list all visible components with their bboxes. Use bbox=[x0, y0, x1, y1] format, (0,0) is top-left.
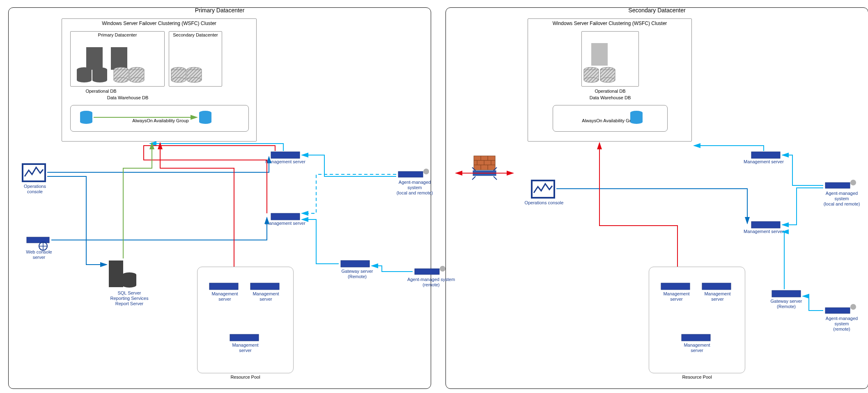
primary-alwayson-label: AlwaysOn Availability Group bbox=[124, 118, 197, 123]
primary-wsfc-title: Windows Server Failover Clustering (WSFC… bbox=[62, 21, 256, 26]
primary-operations-console-label: Operations console bbox=[16, 184, 53, 194]
secondary-dc-title: Secondary Datacenter bbox=[628, 7, 685, 14]
primary-datawarehouse-db-label: Data Warehouse DB bbox=[87, 95, 169, 100]
primary-rp-ms3-label: Management server bbox=[226, 343, 265, 353]
secondary-rp-ms1-label: Management server bbox=[657, 291, 696, 302]
primary-wsfc-secondary-sub: Secondary Datacenter bbox=[169, 31, 222, 87]
primary-ms1-label: Management server bbox=[263, 159, 308, 165]
diagram-stage: Primary Datacenter Secondary Datacenter … bbox=[4, 4, 868, 393]
secondary-gateway-label: Gateway server (Remote) bbox=[762, 299, 811, 309]
secondary-resource-pool-box bbox=[649, 267, 745, 373]
primary-gateway-label: Gateway server (Remote) bbox=[333, 269, 382, 279]
secondary-wsfc-title: Windows Server Failover Clustering (WSFC… bbox=[528, 21, 691, 26]
primary-rp-ms1-label: Management server bbox=[205, 291, 244, 302]
secondary-alwayson-label: AlwaysOn Availability Group bbox=[573, 118, 647, 123]
primary-wsfc-secondary-sub-title: Secondary Datacenter bbox=[169, 32, 222, 37]
primary-wsfc-primary-sub: Primary Datacenter bbox=[70, 31, 165, 87]
primary-sql-report-label: SQL Server Reporting Services Report Ser… bbox=[101, 290, 158, 307]
primary-rp-ms2-label: Management server bbox=[246, 291, 285, 302]
primary-resource-pool-box bbox=[197, 267, 294, 373]
svg-point-54 bbox=[440, 266, 445, 272]
primary-ms2-label: Management server bbox=[263, 221, 308, 226]
primary-wsfc-box: Windows Server Failover Clustering (WSFC… bbox=[62, 18, 257, 142]
secondary-datawarehouse-db-label: Data Warehouse DB bbox=[581, 95, 639, 100]
secondary-ms2-label: Management server bbox=[741, 229, 786, 234]
secondary-wsfc-box: Windows Server Failover Clustering (WSFC… bbox=[528, 18, 692, 142]
primary-operational-db-label: Operational DB bbox=[70, 89, 132, 94]
secondary-operations-console-label: Operations console bbox=[521, 200, 567, 206]
secondary-resource-pool-title: Resource Pool bbox=[649, 375, 745, 379]
secondary-agent-local-remote-label: Agent-managed system (local and remote) bbox=[819, 191, 864, 207]
secondary-operational-db-label: Operational DB bbox=[581, 89, 639, 94]
secondary-ms1-label: Management server bbox=[741, 159, 786, 165]
primary-dc-title: Primary Datacenter bbox=[195, 7, 245, 14]
primary-resource-pool-title: Resource Pool bbox=[197, 375, 294, 379]
primary-web-console-label: Web console server bbox=[21, 249, 57, 260]
primary-agent-remote-label: Agent-managed system (remote) bbox=[406, 277, 456, 288]
secondary-rp-ms2-label: Management server bbox=[698, 291, 737, 302]
primary-wsfc-primary-sub-title: Primary Datacenter bbox=[71, 32, 164, 37]
secondary-agent-remote-label: Agent-managed system (remote) bbox=[819, 316, 864, 332]
secondary-rp-ms3-label: Management server bbox=[677, 343, 716, 353]
secondary-wsfc-sub bbox=[581, 31, 639, 87]
primary-agent-local-remote-label: Agent-managed system (local and remote) bbox=[392, 180, 437, 196]
